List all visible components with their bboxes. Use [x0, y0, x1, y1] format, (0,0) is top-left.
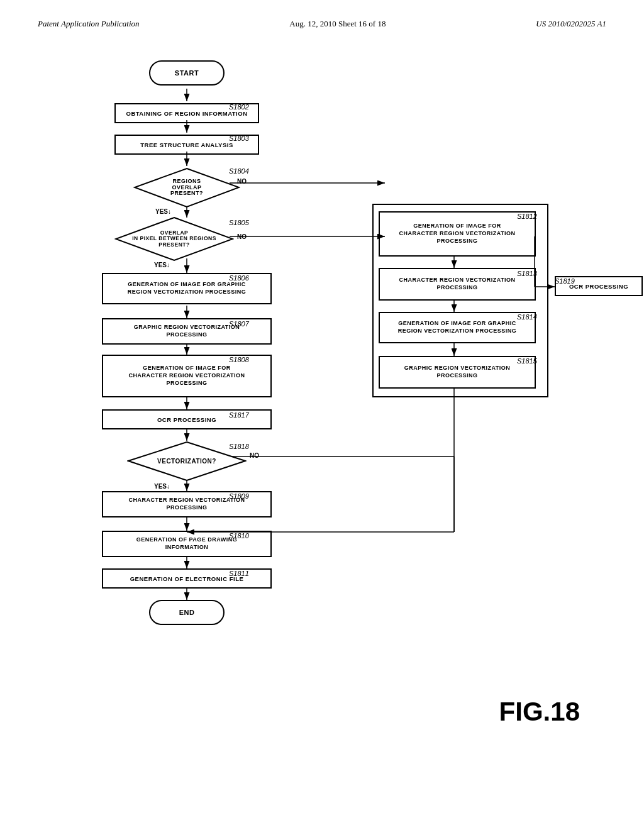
gen-electronic-label: GENERATION OF ELECTRONIC FILE — [130, 575, 244, 582]
gen-electronic-box: GENERATION OF ELECTRONIC FILE — [102, 568, 272, 589]
char-vector1-box: CHARACTER REGION VECTORIZATIONPROCESSING — [102, 491, 272, 517]
graphic-vector-label: GRAPHIC REGION VECTORIZATIONPROCESSING — [134, 324, 240, 338]
obtain-region-box: OBTAINING OF REGION INFORMATION — [114, 103, 259, 123]
gen-graphic-label: GENERATION OF IMAGE FOR GRAPHICREGION VE… — [128, 281, 247, 296]
fig-label: FIG.18 — [499, 697, 580, 727]
header-center: Aug. 12, 2010 Sheet 16 of 18 — [289, 19, 386, 29]
vec-yes-label: YES↓ — [154, 483, 170, 490]
ocr2-box: OCR PROCESSING — [555, 276, 643, 296]
gen-char-image2-label: GENERATION OF IMAGE FORCHARACTER REGION … — [399, 223, 515, 245]
graphic-vector-box: GRAPHIC REGION VECTORIZATIONPROCESSING — [102, 318, 272, 345]
tree-analysis-box: TREE STRUCTURE ANALYSIS — [114, 135, 259, 155]
gen-char-image1-box: GENERATION OF IMAGE FORCHARACTER REGION … — [102, 355, 272, 397]
end-shape: END — [149, 600, 225, 625]
flowchart: START S1802 OBTAINING OF REGION INFORMAT… — [52, 48, 592, 790]
page: Patent Application Publication Aug. 12, … — [0, 0, 644, 830]
gen-page-label: GENERATION OF PAGE DRAWINGINFORMATION — [136, 536, 238, 551]
ocr1-box: OCR PROCESSING — [102, 409, 272, 429]
ocr1-label: OCR PROCESSING — [157, 416, 216, 423]
gen-char-image1-label: GENERATION OF IMAGE FORCHARACTER REGION … — [128, 365, 245, 387]
obtain-region-label: OBTAINING OF REGION INFORMATION — [126, 110, 248, 117]
vec-no-label: NO — [250, 452, 259, 459]
tree-analysis-label: TREE STRUCTURE ANALYSIS — [140, 141, 233, 148]
char-vector2-box: CHARACTER REGION VECTORIZATIONPROCESSING — [379, 268, 536, 301]
regions-yes-label: YES↓ — [155, 208, 171, 215]
regions-no-label: NO — [237, 178, 247, 185]
gen-page-drawing-box: GENERATION OF PAGE DRAWINGINFORMATION — [102, 531, 272, 557]
char-vector2-label: CHARACTER REGION VECTORIZATIONPROCESSING — [399, 277, 515, 291]
gen-graphic-image2-box: GENERATION OF IMAGE FOR GRAPHICREGION VE… — [379, 312, 536, 343]
gen-char-image2-box: GENERATION OF IMAGE FORCHARACTER REGION … — [379, 211, 536, 257]
graphic-vector2-box: GRAPHIC REGION VECTORIZATIONPROCESSING — [379, 356, 536, 389]
overlap-yes-label: YES↓ — [154, 262, 170, 268]
regions-overlap-diamond: REGIONSOVERLAPPRESENT? — [133, 167, 240, 208]
overlap-pixel-diamond: OVERLAPIN PIXEL BETWEEN REGIONSPRESENT? — [114, 216, 234, 262]
ocr2-label: OCR PROCESSING — [569, 283, 628, 290]
end-label: END — [179, 609, 195, 616]
header-left: Patent Application Publication — [38, 19, 140, 29]
graphic-vector2-label: GRAPHIC REGION VECTORIZATIONPROCESSING — [404, 365, 511, 379]
gen-graphic-image-box: GENERATION OF IMAGE FOR GRAPHICREGION VE… — [102, 273, 272, 304]
start-shape: START — [149, 60, 225, 86]
gen-graphic-image2-label: GENERATION OF IMAGE FOR GRAPHICREGION VE… — [398, 320, 517, 335]
char-vector1-label: CHARACTER REGION VECTORIZATIONPROCESSING — [128, 497, 245, 511]
header-right: US 2010/0202025 A1 — [536, 19, 606, 29]
page-header: Patent Application Publication Aug. 12, … — [38, 19, 606, 29]
vectorization-diamond: VECTORIZATION? — [127, 441, 247, 482]
start-label: START — [175, 69, 199, 77]
overlap-no-label: NO — [237, 233, 247, 240]
